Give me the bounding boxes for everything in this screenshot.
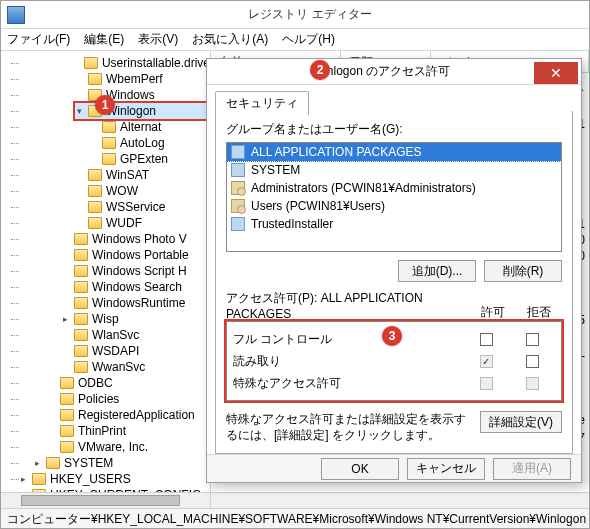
- menu-edit[interactable]: 編集(E): [84, 31, 124, 48]
- allow-read-checkbox[interactable]: [480, 355, 493, 368]
- folder-icon: [102, 153, 116, 165]
- tree-item[interactable]: VMware, Inc.: [47, 439, 210, 455]
- users-icon: [231, 199, 245, 213]
- tree-item[interactable]: Windows Photo V: [61, 231, 210, 247]
- tree-item[interactable]: Policies: [47, 391, 210, 407]
- tree-item[interactable]: WinSAT: [75, 167, 210, 183]
- tree-item[interactable]: Windows Portable: [61, 247, 210, 263]
- principal-item[interactable]: Users (PCWIN81¥Users): [227, 197, 561, 215]
- expand-icon[interactable]: [75, 59, 80, 68]
- close-button[interactable]: ✕: [534, 62, 578, 84]
- tree-item[interactable]: Userinstallable.drive: [75, 55, 210, 71]
- expand-icon[interactable]: ▸: [33, 459, 42, 468]
- tree-item[interactable]: ▸Wisp: [61, 311, 210, 327]
- menu-file[interactable]: ファイル(F): [7, 31, 70, 48]
- callout-3: 3: [382, 326, 402, 346]
- principals-list[interactable]: ALL APPLICATION PACKAGESSYSTEMAdministra…: [226, 142, 562, 252]
- tree-item[interactable]: WSDAPI: [61, 343, 210, 359]
- expand-icon[interactable]: [89, 123, 98, 132]
- expand-icon[interactable]: [89, 139, 98, 148]
- folder-icon: [74, 297, 88, 309]
- principal-item[interactable]: Administrators (PCWIN81¥Administrators): [227, 179, 561, 197]
- tree-item[interactable]: Windows Script H: [61, 263, 210, 279]
- tree-item[interactable]: WOW: [75, 183, 210, 199]
- tree-item[interactable]: ODBC: [47, 375, 210, 391]
- window-titlebar[interactable]: レジストリ エディター: [1, 1, 589, 29]
- expand-icon[interactable]: [47, 395, 56, 404]
- apply-button[interactable]: 適用(A): [493, 458, 571, 480]
- principal-label: ALL APPLICATION PACKAGES: [251, 145, 422, 159]
- horizontal-scrollbar[interactable]: [1, 492, 589, 508]
- expand-icon[interactable]: [61, 251, 70, 260]
- expand-icon[interactable]: ▾: [75, 107, 84, 116]
- expand-icon[interactable]: [47, 427, 56, 436]
- folder-icon: [74, 345, 88, 357]
- tree-item[interactable]: WwanSvc: [61, 359, 210, 375]
- tree-item-label: WOW: [106, 183, 138, 199]
- cancel-button[interactable]: キャンセル: [407, 458, 485, 480]
- expand-icon[interactable]: [75, 187, 84, 196]
- expand-icon[interactable]: [61, 299, 70, 308]
- tree-item-label: SYSTEM: [64, 455, 113, 471]
- expand-icon[interactable]: [47, 443, 56, 452]
- menu-favorites[interactable]: お気に入り(A): [192, 31, 268, 48]
- principal-item[interactable]: TrustedInstaller: [227, 215, 561, 233]
- permissions-dialog: Winlogon のアクセス許可 ✕ セキュリティ グループ名またはユーザー名(…: [206, 58, 582, 483]
- deny-full-checkbox[interactable]: [526, 333, 539, 346]
- expand-icon[interactable]: ▸: [61, 315, 70, 324]
- folder-icon: [60, 409, 74, 421]
- principal-icon: [231, 145, 245, 159]
- tree-item[interactable]: WUDF: [75, 215, 210, 231]
- folder-icon: [74, 249, 88, 261]
- tree-item[interactable]: Alternat: [89, 119, 210, 135]
- tree-item[interactable]: GPExten: [89, 151, 210, 167]
- expand-icon[interactable]: [47, 379, 56, 388]
- tree-item[interactable]: AutoLog: [89, 135, 210, 151]
- tree-item[interactable]: ▸HKEY_CURRENT_CONFIG: [19, 487, 210, 492]
- folder-icon: [74, 329, 88, 341]
- expand-icon[interactable]: [89, 155, 98, 164]
- expand-icon[interactable]: [75, 203, 84, 212]
- tree-item[interactable]: ▸HKEY_USERS: [19, 471, 210, 487]
- deny-read-checkbox[interactable]: [526, 355, 539, 368]
- principal-item[interactable]: ALL APPLICATION PACKAGES: [227, 143, 561, 161]
- tree-item[interactable]: WlanSvc: [61, 327, 210, 343]
- expand-icon[interactable]: ▸: [19, 491, 28, 493]
- remove-button[interactable]: 削除(R): [484, 260, 562, 282]
- expand-icon[interactable]: [75, 171, 84, 180]
- folder-icon: [74, 265, 88, 277]
- principal-item[interactable]: SYSTEM: [227, 161, 561, 179]
- folder-icon: [74, 361, 88, 373]
- expand-icon[interactable]: [47, 411, 56, 420]
- menu-view[interactable]: 表示(V): [138, 31, 178, 48]
- tree-item[interactable]: Windows Search: [61, 279, 210, 295]
- expand-icon[interactable]: [61, 331, 70, 340]
- add-button[interactable]: 追加(D)...: [398, 260, 476, 282]
- expand-icon[interactable]: [75, 219, 84, 228]
- tree-item[interactable]: WSService: [75, 199, 210, 215]
- tree-pane[interactable]: Userinstallable.driveWbemPerfWindows▾Win…: [1, 51, 211, 492]
- advanced-button[interactable]: 詳細設定(V): [480, 411, 562, 433]
- tree-item[interactable]: ThinPrint: [47, 423, 210, 439]
- principal-label: SYSTEM: [251, 163, 300, 177]
- menu-help[interactable]: ヘルプ(H): [282, 31, 335, 48]
- expand-icon[interactable]: [61, 267, 70, 276]
- expand-icon[interactable]: [61, 363, 70, 372]
- tree-item[interactable]: ▸SYSTEM: [33, 455, 210, 471]
- folder-icon: [88, 217, 102, 229]
- allow-full-checkbox[interactable]: [480, 333, 493, 346]
- tree-item[interactable]: RegisteredApplication: [47, 407, 210, 423]
- tree-item[interactable]: WindowsRuntime: [61, 295, 210, 311]
- expand-icon[interactable]: ▸: [19, 475, 28, 484]
- dialog-titlebar[interactable]: Winlogon のアクセス許可 ✕: [207, 59, 581, 85]
- perm-special: 特殊なアクセス許可: [233, 375, 463, 392]
- perm-full-control: フル コントロール: [233, 331, 463, 348]
- expand-icon[interactable]: [61, 347, 70, 356]
- menubar: ファイル(F) 編集(E) 表示(V) お気に入り(A) ヘルプ(H): [1, 29, 589, 51]
- tree-item[interactable]: WbemPerf: [75, 71, 210, 87]
- expand-icon[interactable]: [75, 75, 84, 84]
- expand-icon[interactable]: [75, 91, 84, 100]
- expand-icon[interactable]: [61, 283, 70, 292]
- ok-button[interactable]: OK: [321, 458, 399, 480]
- expand-icon[interactable]: [61, 235, 70, 244]
